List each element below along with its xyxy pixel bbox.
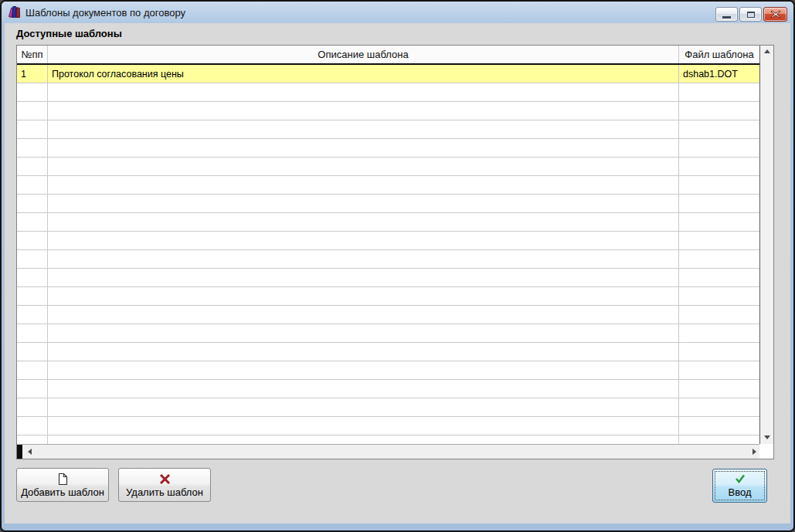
empty-table-row[interactable] (17, 158, 759, 176)
empty-table-row[interactable] (17, 176, 759, 195)
cell-description (48, 250, 679, 268)
available-templates-label: Доступные шаблоны (16, 28, 122, 39)
column-header-file[interactable]: Файл шаблона (679, 46, 759, 63)
cell-description (48, 213, 679, 231)
empty-table-row[interactable] (17, 102, 759, 120)
empty-table-row[interactable] (17, 195, 759, 213)
vertical-scrollbar[interactable] (759, 46, 773, 444)
cell-description (48, 343, 679, 361)
cell-num (17, 139, 48, 157)
cell-file (679, 361, 759, 379)
empty-table-row[interactable] (17, 380, 759, 398)
cell-file (679, 324, 759, 342)
column-header-description[interactable]: Описание шаблона (48, 46, 679, 63)
cell-file (679, 158, 759, 175)
cell-file (679, 139, 759, 157)
cell-file (679, 232, 759, 249)
cell-num (17, 269, 48, 286)
cell-num (17, 361, 48, 379)
dialog-window: Шаблоны документов по договору Доступные… (0, 0, 795, 532)
cell-description (48, 102, 679, 120)
empty-table-row[interactable] (17, 435, 759, 444)
title-bar[interactable]: Шаблоны документов по договору (2, 2, 793, 23)
empty-table-row[interactable] (17, 232, 759, 250)
scrollbar-corner (759, 444, 773, 459)
cell-description (48, 398, 679, 416)
new-document-icon (56, 473, 70, 486)
scroll-left-icon[interactable] (28, 449, 32, 455)
scroll-right-icon[interactable] (753, 449, 756, 455)
add-template-label: Добавить шаблон (21, 486, 104, 498)
cell-num (17, 102, 48, 120)
grid-body: 1Протокол согласования ценыdshab1.DOT (17, 65, 759, 444)
cell-file: dshab1.DOT (679, 65, 759, 83)
red-x-icon (158, 473, 172, 486)
cell-file (679, 176, 759, 194)
enter-button[interactable]: Ввод (712, 469, 767, 503)
close-button[interactable] (763, 7, 787, 22)
cell-description (48, 232, 679, 249)
empty-table-row[interactable] (17, 361, 759, 380)
cell-num (17, 398, 48, 416)
cell-file (679, 213, 759, 231)
cell-file (679, 287, 759, 305)
empty-table-row[interactable] (17, 306, 759, 324)
cell-num (17, 232, 48, 249)
cell-description (48, 435, 679, 444)
maximize-button[interactable] (739, 7, 762, 22)
cell-file (679, 102, 759, 120)
cell-num (17, 343, 48, 361)
cell-num (17, 83, 48, 101)
hscroll-position-box (17, 445, 22, 459)
empty-table-row[interactable] (17, 120, 759, 139)
empty-table-row[interactable] (17, 417, 759, 435)
cell-num (17, 417, 48, 435)
cell-file (679, 269, 759, 286)
empty-table-row[interactable] (17, 398, 759, 417)
cell-description (48, 287, 679, 305)
cell-description (48, 120, 679, 138)
empty-table-row[interactable] (17, 250, 759, 269)
empty-table-row[interactable] (17, 139, 759, 158)
minimize-button[interactable] (715, 7, 738, 22)
cell-file (679, 380, 759, 398)
client-area: Доступные шаблоны №ппОписание шаблонаФай… (5, 23, 790, 524)
delete-template-label: Удалить шаблон (126, 486, 203, 498)
cell-description (48, 176, 679, 194)
window-title: Шаблоны документов по договору (25, 7, 185, 19)
cell-description (48, 417, 679, 435)
cell-num (17, 250, 48, 268)
empty-table-row[interactable] (17, 343, 759, 361)
templates-grid: №ппОписание шаблонаФайл шаблона 1Протоко… (16, 45, 774, 459)
green-check-icon (734, 473, 746, 486)
scroll-down-icon[interactable] (764, 435, 770, 439)
cell-description (48, 380, 679, 398)
table-row[interactable]: 1Протокол согласования ценыdshab1.DOT (17, 65, 759, 83)
cell-num (17, 287, 48, 305)
cell-num: 1 (17, 65, 48, 83)
minimize-icon (722, 16, 731, 19)
cell-file (679, 120, 759, 138)
empty-table-row[interactable] (17, 213, 759, 232)
enter-button-label: Ввод (729, 486, 752, 498)
horizontal-scrollbar[interactable] (17, 444, 759, 459)
maximize-icon (747, 12, 755, 18)
cell-description (48, 361, 679, 379)
cell-description (48, 139, 679, 157)
cell-num (17, 306, 48, 324)
add-template-button[interactable]: Добавить шаблон (16, 468, 109, 502)
empty-table-row[interactable] (17, 83, 759, 102)
cell-file (679, 435, 759, 444)
caption-buttons (715, 7, 787, 22)
cell-num (17, 324, 48, 342)
empty-table-row[interactable] (17, 324, 759, 343)
empty-table-row[interactable] (17, 269, 759, 287)
cell-description (48, 306, 679, 324)
scroll-up-icon[interactable] (764, 49, 770, 53)
empty-table-row[interactable] (17, 287, 759, 306)
cell-description (48, 195, 679, 212)
column-header-num[interactable]: №пп (17, 46, 48, 63)
delete-template-button[interactable]: Удалить шаблон (118, 468, 211, 502)
cell-file (679, 195, 759, 212)
cell-description (48, 324, 679, 342)
